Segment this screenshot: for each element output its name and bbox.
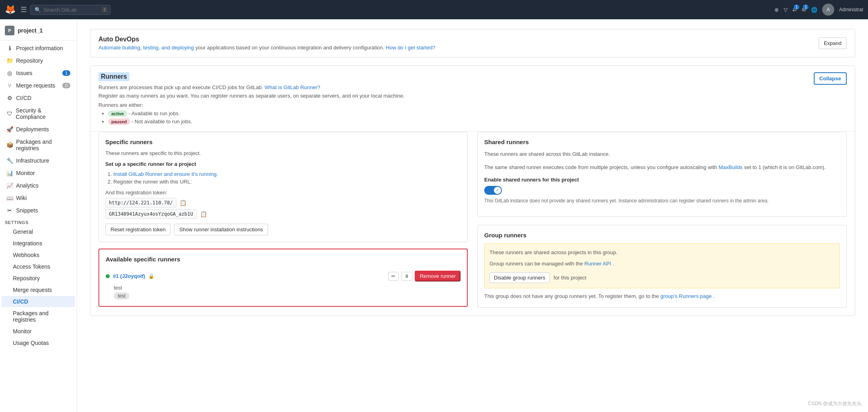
specific-runners-title: Specific runners — [105, 139, 461, 145]
sidebar-label-repository: Repository — [16, 57, 43, 64]
sidebar-item-deployments[interactable]: 🚀 Deployments — [2, 123, 75, 135]
sidebar-label-packages: Packages and registries — [16, 139, 70, 151]
runners-header: Runners Runners are processes that pick … — [90, 66, 855, 131]
sidebar-item-packages-registries[interactable]: 📦 Packages and registries — [2, 136, 75, 154]
sidebar-sub-repository[interactable]: Repository — [2, 273, 75, 284]
project-icon: P — [5, 26, 14, 35]
sidebar-sub-merge-requests[interactable]: Merge requests — [2, 284, 75, 296]
runner-name[interactable]: #1 (J2oyqoif) — [113, 273, 145, 279]
sidebar-sub-usage-quotas[interactable]: Usage Quotas — [2, 337, 75, 349]
token-copy-icon[interactable]: 📋 — [200, 211, 207, 217]
sidebar-item-snippets[interactable]: ✂ Snippets — [2, 204, 75, 216]
sidebar-item-wiki[interactable]: 📖 Wiki — [2, 192, 75, 204]
sidebar-sub-integrations[interactable]: Integrations — [2, 238, 75, 249]
collapse-button[interactable]: Collapse — [814, 72, 847, 85]
show-runner-instructions-button[interactable]: Show runner installation instructions — [174, 224, 268, 235]
automate-link[interactable]: Automate building, testing, and deployin… — [98, 45, 194, 51]
main-content: Auto DevOps Automate building, testing, … — [77, 19, 868, 412]
project-name: project_1 — [18, 27, 43, 34]
disable-group-runners-button[interactable]: Disable group runners — [489, 272, 550, 283]
sidebar-item-issues[interactable]: ◎ Issues 1 — [2, 67, 75, 79]
sidebar-item-repository[interactable]: 📁 Repository — [2, 55, 75, 67]
runner-tag: test — [114, 292, 129, 300]
merge-requests-nav-icon[interactable]: ⇄ 1 — [792, 7, 797, 13]
what-is-gitlab-runner-link[interactable]: What is GitLab Runner? — [264, 84, 320, 90]
sidebar-item-analytics[interactable]: 📈 Analytics — [2, 179, 75, 192]
sidebar-item-security[interactable]: 🛡 Security & Compliance — [2, 104, 75, 123]
watermark: CSDN @成为大佬先先头 — [808, 400, 862, 407]
sidebar-label-infrastructure: Infrastructure — [16, 157, 49, 164]
sidebar-sub-access-tokens[interactable]: Access Tokens — [2, 261, 75, 272]
enable-shared-runners-toggle[interactable]: ✓ — [484, 186, 502, 195]
search-bar[interactable]: 🔍 / — [30, 5, 111, 15]
url-copy-icon[interactable]: 📋 — [180, 200, 186, 206]
step-2: Register the runner with this URL: — [113, 179, 461, 185]
auto-devops-title: Auto DevOps — [98, 36, 435, 43]
packages-settings-label: Packages and registries — [13, 310, 70, 323]
top-navigation: 🦊 ☰ 🔍 / ⊕ ▽ ⇄ 1 ✉ 1 🌐 A Administrat — [0, 0, 868, 19]
general-label: General — [13, 228, 33, 235]
sidebar-sub-webhooks[interactable]: Webhooks — [2, 249, 75, 261]
group-runners-panel: Group runners These runners are shared a… — [477, 225, 847, 308]
search-input[interactable] — [43, 7, 100, 13]
paused-desc: - Not available to run jobs. — [131, 118, 192, 124]
sidebar: P project_1 ℹ Project information 📁 Repo… — [0, 19, 77, 412]
remove-runner-button[interactable]: Remove runner — [415, 271, 461, 281]
sidebar-item-infrastructure[interactable]: 🔧 Infrastructure — [2, 155, 75, 167]
group-runners-title: Group runners — [484, 232, 840, 239]
sidebar-sub-ci-cd[interactable]: CI/CD — [2, 296, 75, 307]
group-runners-page-link[interactable]: group's Runners page — [660, 293, 712, 299]
hamburger-menu-icon[interactable]: ☰ — [20, 5, 27, 14]
sidebar-label-ci-cd: CI/CD — [16, 95, 31, 101]
runner-pause-button[interactable]: ⏸ — [401, 272, 412, 281]
reset-registration-token-button[interactable]: Reset registration token — [105, 224, 171, 235]
runner-edit-button[interactable]: ✏ — [388, 272, 399, 281]
mail-badge: 1 — [803, 4, 809, 10]
maxbuilds-link[interactable]: MaxBuilds — [719, 164, 743, 170]
how-to-start-link[interactable]: How do I get started? — [386, 45, 436, 51]
globe-nav-icon[interactable]: 🌐 — [811, 7, 817, 13]
specific-runners-desc: These runners are specific to this proje… — [105, 150, 461, 156]
runner-api-link[interactable]: Runner API — [584, 261, 611, 267]
paused-status-badge: paused — [108, 118, 130, 125]
mail-nav-icon[interactable]: ✉ 1 — [802, 7, 806, 13]
folder-icon: 📁 — [6, 57, 13, 64]
sidebar-label-merge-requests: Merge requests — [16, 82, 55, 89]
security-icon: 🛡 — [6, 110, 12, 117]
shared-runners-title: Shared runners — [484, 139, 840, 145]
nav-dropdown-icon[interactable]: ▽ — [784, 7, 788, 13]
sidebar-label-monitor: Monitor — [16, 170, 35, 176]
info-icon: ℹ — [6, 45, 13, 51]
available-runners-title: Available specific runners — [106, 256, 461, 263]
sidebar-label-deployments: Deployments — [16, 126, 49, 133]
sidebar-sub-monitor[interactable]: Monitor — [2, 326, 75, 337]
auto-devops-description: Automate building, testing, and deployin… — [98, 45, 435, 51]
for-project-label: for this project — [554, 275, 587, 281]
avatar[interactable]: A — [822, 4, 834, 16]
create-button[interactable]: ⊕ — [774, 7, 779, 13]
no-shared-runners-text: This GitLab instance does not provide an… — [484, 198, 840, 204]
token-row: GR1348941Azyux4osYzqoGA_azb1U 📋 — [105, 209, 461, 219]
sidebar-label-project-information: Project information — [16, 45, 63, 51]
sidebar-sub-general[interactable]: General — [2, 226, 75, 237]
webhooks-label: Webhooks — [13, 252, 39, 258]
shared-runners-desc2: The same shared runner executes code fro… — [484, 163, 840, 172]
sidebar-item-ci-cd[interactable]: ⚙ CI/CD — [2, 92, 75, 104]
packages-icon: 📦 — [6, 142, 13, 148]
runner-description: test — [114, 285, 461, 291]
shared-group-runners-column: Shared runners These runners are shared … — [477, 132, 847, 308]
runners-title: Runners — [98, 72, 129, 81]
sidebar-item-monitor[interactable]: 📊 Monitor — [2, 167, 75, 179]
token-section: And this registration token: http://124.… — [105, 190, 461, 219]
sidebar-label-analytics: Analytics — [16, 182, 39, 189]
sidebar-item-merge-requests[interactable]: ⑂ Merge requests 0 — [2, 80, 75, 92]
analytics-icon: 📈 — [6, 182, 13, 189]
install-runner-link[interactable]: Install GitLab Runner and ensure it's ru… — [113, 171, 218, 177]
runner-lock-icon: 🔒 — [148, 273, 154, 279]
merge-requests-badge: 1 — [794, 4, 799, 10]
shared-runners-panel: Shared runners These runners are shared … — [477, 132, 847, 217]
sidebar-sub-packages[interactable]: Packages and registries — [2, 308, 75, 325]
sidebar-item-project-information[interactable]: ℹ Project information — [2, 42, 75, 54]
expand-button[interactable]: Expand — [819, 37, 847, 49]
ci-cd-icon: ⚙ — [6, 95, 13, 101]
